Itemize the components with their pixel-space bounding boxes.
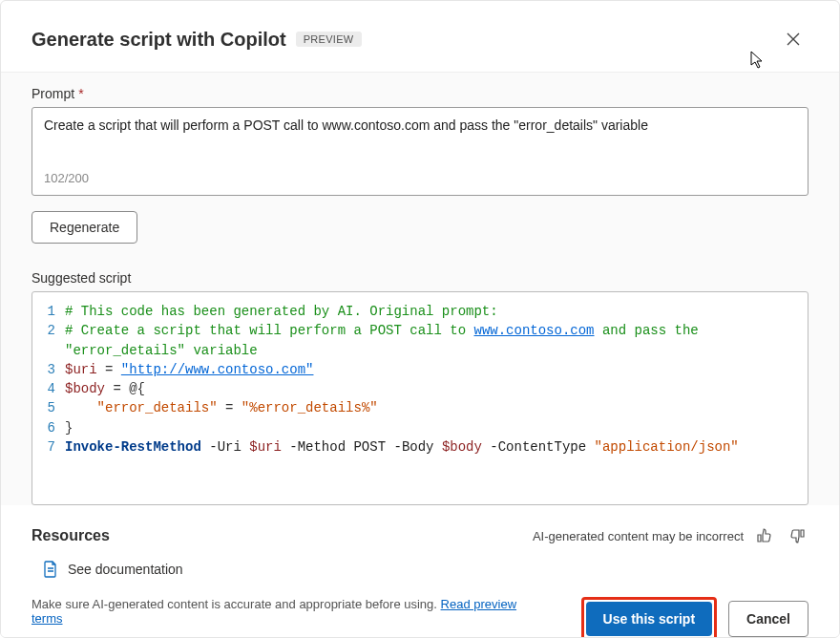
code-line: 6 }: [38, 418, 802, 437]
prompt-label: Prompt *: [32, 86, 808, 101]
code-line: 3 $uri = "http://www.contoso.com": [38, 360, 802, 379]
highlight-box: Use this script: [581, 597, 717, 638]
dialog-body: Prompt * 102/200 Regenerate Suggested sc…: [1, 72, 839, 505]
dialog-footer: Resources AI-generated content may be in…: [1, 505, 839, 638]
code-line: 2 # Create a script that will perform a …: [38, 321, 802, 360]
line-number: 5: [38, 398, 55, 417]
ai-warning-group: AI-generated content may be incorrect: [533, 524, 808, 547]
disclaimer-text: Make sure AI-generated content is accura…: [32, 597, 547, 626]
preview-badge: PREVIEW: [296, 32, 362, 47]
line-number: 1: [38, 302, 55, 321]
code-line: 7 Invoke-RestMethod -Uri $uri -Method PO…: [38, 437, 802, 457]
document-icon: [43, 561, 58, 578]
close-button[interactable]: [778, 24, 808, 54]
resources-heading: Resources: [32, 527, 110, 544]
thumbs-up-button[interactable]: [753, 524, 776, 547]
code-editor[interactable]: 1 # This code has been generated by AI. …: [32, 291, 808, 505]
prompt-label-text: Prompt: [32, 86, 74, 101]
resources-row: Resources AI-generated content may be in…: [32, 524, 808, 547]
bottom-action-row: Make sure AI-generated content is accura…: [32, 597, 808, 638]
cancel-button[interactable]: Cancel: [728, 601, 808, 637]
dialog-title: Generate script with Copilot: [32, 29, 286, 51]
ai-warning-text: AI-generated content may be incorrect: [533, 529, 744, 543]
documentation-link[interactable]: See documentation: [43, 561, 808, 578]
line-number: 3: [38, 360, 55, 379]
line-number: 2: [38, 321, 55, 360]
dialog-header: Generate script with Copilot PREVIEW: [1, 1, 839, 72]
regenerate-button[interactable]: Regenerate: [32, 211, 137, 244]
line-number: 4: [38, 379, 55, 398]
copilot-script-dialog: Generate script with Copilot PREVIEW Pro…: [0, 0, 840, 638]
char-counter: 102/200: [44, 171, 796, 185]
code-line: 1 # This code has been generated by AI. …: [38, 302, 802, 321]
code-line: 5 "error_details" = "%error_details%": [38, 398, 802, 417]
required-indicator: *: [78, 86, 83, 101]
prompt-input[interactable]: [44, 117, 796, 156]
use-script-button[interactable]: Use this script: [586, 602, 712, 636]
line-number: 6: [38, 418, 55, 437]
thumbs-down-button[interactable]: [786, 524, 808, 547]
action-buttons: Use this script Cancel: [581, 597, 808, 638]
thumbs-up-icon: [757, 528, 772, 543]
line-number: 7: [38, 437, 55, 457]
code-line: 4 $body = @{: [38, 379, 802, 398]
prompt-field-wrapper: 102/200: [32, 107, 808, 196]
documentation-link-text: See documentation: [68, 562, 183, 577]
thumbs-down-icon: [789, 528, 805, 543]
suggested-script-label: Suggested script: [32, 270, 808, 286]
close-icon: [787, 32, 800, 46]
